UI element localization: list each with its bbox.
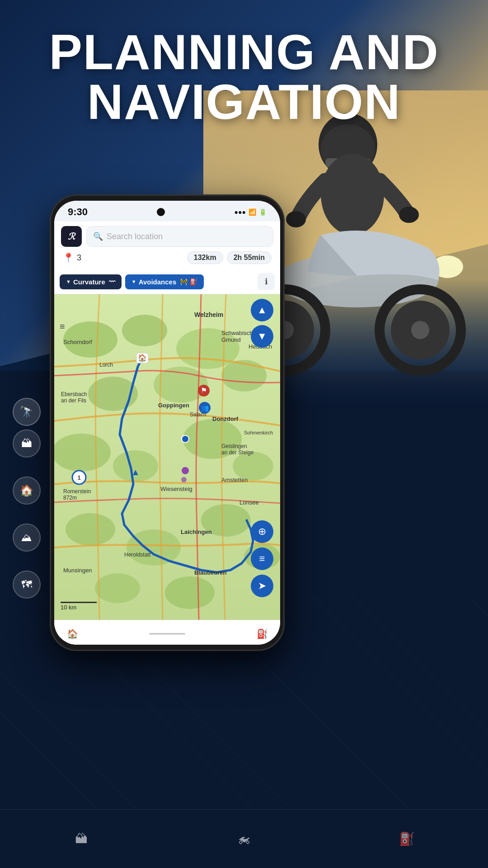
camera-notch [157,208,165,216]
bottom-nav-tours[interactable]: 🏔 [66,823,97,855]
svg-text:Lonsee: Lonsee [239,499,259,506]
svg-text:Heroldstatt: Heroldstatt [124,552,151,558]
svg-text:Sohmenkirch: Sohmenkirch [244,430,273,435]
map-svg: Welzheim Schwabisch Gmund Heubach Schorn… [54,294,280,620]
bottom-nav-navigate[interactable]: 🏍 [228,823,260,855]
distance-badge: 132km [187,251,223,264]
svg-text:Lorch: Lorch [99,362,113,368]
bottom-navigate-icon: 🏍 [238,831,250,846]
svg-point-17 [122,315,167,346]
nav-down-button[interactable]: ▼ [251,325,273,348]
menu-icon[interactable]: ≡ [60,321,65,332]
svg-text:Laichingen: Laichingen [181,528,212,535]
svg-point-10 [411,321,429,339]
avoidances-icon1: 🚧 [180,278,188,285]
avoidances-chevron: ▼ [131,279,136,284]
svg-text:872m: 872m [63,495,77,501]
avoidances-button[interactable]: ▼ Avoidances 🚧 ⛽ [125,274,204,289]
svg-point-61 [182,435,189,443]
status-bar: 9:30 ●●● 📶 🔋 [54,201,280,222]
svg-point-5 [286,211,306,227]
svg-point-30 [95,573,140,603]
svg-text:🏠: 🏠 [138,354,147,362]
svg-point-27 [127,529,181,566]
svg-point-26 [66,513,115,546]
options-bar: ▼ Curvature 〰 ▼ Avoidances 🚧 ⛽ ℹ [54,269,280,294]
map-area[interactable]: Welzheim Schwabisch Gmund Heubach Schorn… [54,294,280,620]
search-row: ℛ 🔍 Search location [61,226,273,247]
nav-up-button[interactable]: ▲ [251,299,273,321]
svg-text:Wiesensteig: Wiesensteig [160,486,192,492]
info-button[interactable]: ℹ [258,273,275,290]
search-icon: 🔍 [93,231,103,241]
search-placeholder-text: Search location [107,232,163,241]
svg-text:Blaubeuren: Blaubeuren [194,569,227,576]
scale-line [61,602,97,603]
sidebar-icon-map[interactable]: 🗺 [13,571,41,599]
svg-point-23 [113,450,158,482]
svg-point-65 [182,467,189,474]
sidebar-icon-home[interactable]: 🏠 [13,476,41,505]
svg-text:👥: 👥 [201,404,209,412]
navigate-button[interactable]: ➤ [251,575,273,597]
phone-frame: 9:30 ●●● 📶 🔋 ℛ 🔍 Search location [50,194,285,651]
location-button[interactable]: ⊕ [251,520,273,543]
scale-bar: 10 km [61,602,97,611]
svg-point-31 [165,576,215,609]
svg-text:Romerstein: Romerstein [63,488,91,495]
svg-text:Schorndorf: Schorndorf [63,339,92,345]
waypoints-row: 📍 3 132km 2h 55min [61,250,273,265]
svg-text:1: 1 [77,474,80,481]
avoidances-label: Avoidances [139,278,177,286]
svg-point-22 [54,434,111,472]
svg-text:Welzheim: Welzheim [194,311,223,318]
svg-text:an der Steige: an der Steige [221,449,254,456]
svg-text:⚑: ⚑ [201,387,207,394]
phone-home-bar [149,633,185,635]
sidebar-icon-binoculars[interactable]: 🔭 [13,398,41,426]
bottom-tours-icon: 🏔 [75,831,88,846]
info-icon: ℹ [265,277,268,287]
page-title: PLANNING ANDNAVIGATION [27,27,461,127]
sidebar-icon-peak[interactable]: ⛰ [13,524,41,552]
app-header: ℛ 🔍 Search location 📍 3 132km 2h 55min [54,222,280,269]
bottom-fuel-icon: ⛽ [399,831,415,846]
status-time: 9:30 [68,206,88,218]
phone-nav-home[interactable]: 🏠 [63,625,81,643]
route-info: 132km 2h 55min [187,251,272,264]
curvature-icon: 〰 [109,278,115,285]
svg-text:an der Fils: an der Fils [61,397,86,404]
sidebar-icons: 🏔 🏠 ⛰ 🗺 [13,429,41,599]
svg-text:Donzdorf: Donzdorf [212,415,239,422]
svg-text:Munsingen: Munsingen [63,567,92,574]
curvature-chevron: ▼ [66,279,71,284]
avoidances-icon2: ⛽ [190,278,197,285]
pin-icon: 📍 [63,252,74,263]
layers-button[interactable]: ≡ [251,547,273,570]
search-bar[interactable]: 🔍 Search location [86,226,273,247]
svg-point-6 [399,207,419,223]
svg-point-4 [321,154,384,235]
sidebar-icon-mountain[interactable]: 🏔 [13,429,41,458]
phone-screen: 9:30 ●●● 📶 🔋 ℛ 🔍 Search location [54,201,280,645]
phone-bottom-bar: 🏠 ⛽ [54,620,280,645]
svg-text:Amstetten: Amstetten [221,476,248,483]
curvature-label: Curvature [73,278,105,286]
svg-text:Ebersbach: Ebersbach [61,391,87,397]
svg-text:Goppingen: Goppingen [158,402,189,409]
svg-text:▲: ▲ [131,467,140,477]
svg-text:Gmund: Gmund [221,336,241,343]
app-logo: ℛ [61,226,82,247]
waypoint-info: 📍 3 [63,252,81,263]
phone-nav-fuel[interactable]: ⛽ [253,625,271,643]
svg-text:Geislingen: Geislingen [221,443,247,449]
curvature-button[interactable]: ▼ Curvature 〰 [60,274,122,289]
bottom-nav-fuel[interactable]: ⛽ [391,823,422,855]
svg-point-21 [221,360,267,392]
waypoint-count: 3 [77,253,81,263]
scale-text: 10 km [61,604,76,611]
duration-badge: 2h 55min [227,251,272,264]
svg-text:Schwabisch: Schwabisch [221,330,253,336]
bottom-app-nav: 🏔 🏍 ⛽ [0,809,488,868]
svg-point-66 [181,477,187,482]
